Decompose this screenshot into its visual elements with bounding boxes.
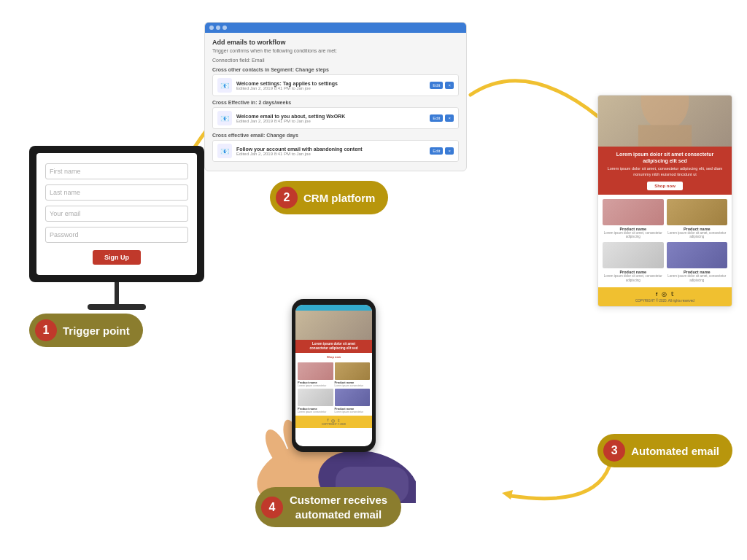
email-product-2-image xyxy=(667,199,728,225)
crm-row-1-actions: Edit × xyxy=(430,82,454,89)
crm-dot-2 xyxy=(216,26,220,30)
crm-topbar xyxy=(205,23,466,33)
phone-product-2-img xyxy=(335,362,371,380)
phone-footer: f ◎ 𝕥 COPYRIGHT © 2020 xyxy=(295,416,372,428)
phone-instagram-icon: ◎ xyxy=(331,418,335,423)
crm-row-3-text: Follow your account email with abandonin… xyxy=(236,147,425,156)
phone-red-band: Lorem ipsum dolor sit ametconsectetur ad… xyxy=(295,340,372,353)
step4-phone-hands: Lorem ipsum dolor sit ametconsectetur ad… xyxy=(248,284,416,503)
crm-row-3-icon: 📧 xyxy=(217,144,232,158)
phone-product-4: Product nameLorem ipsum consectetur xyxy=(335,389,371,413)
svg-marker-2 xyxy=(502,490,513,499)
email-product-2: Product name Lorem ipsum dolor sit amet,… xyxy=(667,199,728,240)
crm-section-3-title: Cross effective email: Change days xyxy=(212,133,459,138)
email-product-1-image xyxy=(603,199,664,225)
field-lastname: Last name xyxy=(45,184,188,201)
step1-monitor: First name Last name Your email Password… xyxy=(22,146,212,310)
email-product-4: Product name Lorem ipsum dolor sit amet,… xyxy=(667,242,728,283)
step1-label: Trigger point xyxy=(63,324,130,337)
step3-email: Lorem ipsum dolor sit amet consectetur a… xyxy=(597,95,732,307)
crm-edit-btn-3[interactable]: Edit xyxy=(430,147,443,155)
email-red-band: Lorem ipsum dolor sit amet consectetur a… xyxy=(598,147,732,195)
crm-row-2-text: Welcome email to you about, setting WxOR… xyxy=(236,114,425,123)
step2-badge: 2 CRM platform xyxy=(270,181,388,214)
crm-row-2-sub: Edited Jan 2, 2019 8:41 PM to Jan joe xyxy=(236,119,425,123)
phone-product-1-desc: Lorem ipsum consectetur xyxy=(298,384,333,387)
phone-product-2: Product nameLorem ipsum consectetur xyxy=(335,362,371,387)
crm-del-btn-2[interactable]: × xyxy=(445,114,454,122)
crm-title: Add emails to workflow xyxy=(212,39,459,46)
phone-product-3-desc: Lorem ipsum consectetur xyxy=(298,411,333,413)
twitter-icon: 𝕥 xyxy=(671,291,674,298)
phone-product-2-desc: Lorem ipsum consectetur xyxy=(335,384,371,387)
monitor-stand xyxy=(115,282,119,304)
step3-label: Automated email xyxy=(631,445,719,457)
instagram-icon: ◎ xyxy=(662,291,667,298)
crm-body: Add emails to workflow Trigger confirms … xyxy=(205,33,466,171)
crm-dot-1 xyxy=(209,26,214,30)
email-footer-copy: COPYRIGHT © 2020. All rights reserved xyxy=(602,299,728,303)
field-password: Password xyxy=(45,227,188,243)
step2-number: 2 xyxy=(276,187,298,209)
phone-twitter-icon: 𝕥 xyxy=(338,418,340,423)
field-firstname: First name xyxy=(45,163,188,179)
phone-product-4-desc: Lorem ipsum consectetur xyxy=(335,411,371,413)
field-email: Your email xyxy=(45,206,188,222)
email-product-4-image xyxy=(667,242,728,268)
email-product-3: Product name Lorem ipsum dolor sit amet,… xyxy=(603,242,664,283)
crm-row-3: 📧 Follow your account email with abandon… xyxy=(212,140,459,162)
email-heading: Lorem ipsum dolor sit amet consectetur a… xyxy=(604,151,726,164)
phone-product-4-img xyxy=(335,389,371,406)
crm-row-3-sub: Edited Jan 2, 2019 8:41 PM to Jan joe xyxy=(236,152,425,156)
phone-shop-btn: Shop now xyxy=(323,354,344,359)
crm-edit-btn-1[interactable]: Edit xyxy=(430,82,443,89)
step3-number: 3 xyxy=(603,440,625,462)
phone-footer-icons: f ◎ 𝕥 xyxy=(298,418,370,423)
crm-row-2-actions: Edit × xyxy=(430,114,454,122)
crm-row-2-icon: 📧 xyxy=(217,111,232,125)
email-footer-icons: f ◎ 𝕥 xyxy=(602,291,728,298)
crm-row-2-label: Welcome email to you about, setting WxOR… xyxy=(236,114,425,119)
crm-panel: Add emails to workflow Trigger confirms … xyxy=(204,22,467,171)
email-product-1: Product name Lorem ipsum dolor sit amet,… xyxy=(603,199,664,240)
step3-badge: 3 Automated email xyxy=(597,434,732,467)
crm-section-2-title: Cross Effective in: 2 days/weeks xyxy=(212,100,459,105)
phone-shop-area: Shop now xyxy=(295,353,372,360)
crm-del-btn-3[interactable]: × xyxy=(445,147,454,155)
phone-facebook-icon: f xyxy=(328,418,329,423)
step4-label: Customer receives automated email xyxy=(289,493,388,521)
crm-row-2: 📧 Welcome email to you about, setting Wx… xyxy=(212,107,459,129)
crm-row-1-icon: 📧 xyxy=(217,78,232,93)
email-product-4-desc: Lorem ipsum dolor sit amet, consectetur … xyxy=(667,274,728,283)
phone-product-1: Product nameLorem ipsum consectetur xyxy=(298,362,333,387)
crm-row-1-text: Welcome settings: Tag applies to setting… xyxy=(236,81,425,90)
email-shop-button[interactable]: Shop now xyxy=(647,182,683,190)
crm-subtitle: Trigger confirms when the following cond… xyxy=(212,48,459,53)
step2-crm: Add emails to workflow Trigger confirms … xyxy=(204,22,467,171)
crm-condition: Connection field: Email xyxy=(212,58,459,63)
email-products-grid: Product name Lorem ipsum dolor sit amet,… xyxy=(598,195,732,287)
crm-row-3-actions: Edit × xyxy=(430,147,454,155)
crm-row-1: 📧 Welcome settings: Tag applies to setti… xyxy=(212,74,459,96)
email-product-2-desc: Lorem ipsum dolor sit amet, consectetur … xyxy=(667,231,728,240)
crm-row-1-label: Welcome settings: Tag applies to setting… xyxy=(236,81,425,86)
phone-hero-img xyxy=(295,311,372,340)
phone-screen: Lorem ipsum dolor sit ametconsectetur ad… xyxy=(295,305,372,446)
crm-dot-3 xyxy=(222,26,227,30)
crm-del-btn-1[interactable]: × xyxy=(445,82,454,89)
phone-product-3: Product nameLorem ipsum consectetur xyxy=(298,389,333,413)
signup-button[interactable]: Sign Up xyxy=(93,250,141,265)
crm-edit-btn-2[interactable]: Edit xyxy=(430,114,443,122)
email-product-3-image xyxy=(603,242,664,268)
email-subtext: Lorem ipsum dolor sit amet, consectetur … xyxy=(604,166,726,177)
phone-screen-topbar xyxy=(295,305,372,311)
email-product-3-desc: Lorem ipsum dolor sit amet, consectetur … xyxy=(603,274,664,283)
facebook-icon: f xyxy=(656,291,657,298)
step1-number: 1 xyxy=(35,319,57,341)
monitor-base xyxy=(88,304,146,310)
phone-device: Lorem ipsum dolor sit ametconsectetur ad… xyxy=(292,299,376,452)
email-hero-image xyxy=(598,96,732,147)
monitor-screen: First name Last name Your email Password… xyxy=(36,153,197,275)
phone-product-1-img xyxy=(298,362,333,380)
email-preview-panel: Lorem ipsum dolor sit amet consectetur a… xyxy=(597,95,732,307)
